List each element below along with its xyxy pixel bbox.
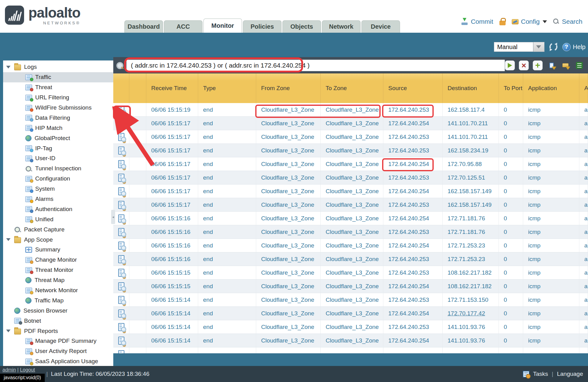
- refresh-mode-dropdown-button[interactable]: [533, 42, 544, 52]
- sidebar-item-change-monitor[interactable]: Change Monitor: [3, 255, 113, 265]
- sidebar-item-threat-map[interactable]: Threat Map: [3, 275, 113, 285]
- log-detail-icon[interactable]: [118, 160, 124, 168]
- column-header-action[interactable]: Action: [579, 73, 588, 103]
- sidebar-item-packet-capture[interactable]: Packet Capture: [3, 224, 113, 235]
- log-detail-icon[interactable]: [118, 282, 124, 290]
- sidebar-item-summary[interactable]: Summary: [3, 245, 113, 255]
- saved-filters-icon[interactable]: [561, 60, 570, 70]
- sidebar-item-user-id[interactable]: User-ID: [3, 153, 113, 164]
- column-header-to-zone[interactable]: To Zone: [321, 73, 383, 103]
- log-detail-icon[interactable]: [118, 255, 124, 263]
- sidebar-item-logs[interactable]: Logs: [3, 62, 113, 72]
- refresh-mode-select[interactable]: Manual: [494, 42, 544, 52]
- apply-filter-icon[interactable]: [505, 60, 515, 70]
- sidebar-item-botnet[interactable]: Botnet: [3, 316, 113, 326]
- sidebar-item-saas-application-usage[interactable]: SaaS Application Usage: [3, 356, 113, 366]
- tab-dashboard[interactable]: Dashboard: [124, 20, 163, 33]
- config-button[interactable]: Config: [512, 18, 547, 25]
- log-detail-icon[interactable]: [118, 337, 124, 345]
- sidebar-item-url-filtering[interactable]: URL Filtering: [3, 93, 113, 103]
- sidebar-item-alarms[interactable]: Alarms: [3, 194, 113, 204]
- refresh-icon[interactable]: [548, 42, 558, 52]
- sidebar-item-unified[interactable]: Unified: [3, 214, 113, 224]
- tasks-button[interactable]: Tasks: [533, 371, 548, 377]
- expander-icon[interactable]: [6, 238, 10, 241]
- tab-objects[interactable]: Objects: [282, 20, 321, 33]
- log-detail-icon[interactable]: [118, 296, 124, 304]
- sidebar-item-threat-monitor[interactable]: Threat Monitor: [3, 265, 113, 275]
- sidebar-item-authentication[interactable]: Authentication: [3, 204, 113, 214]
- log-detail-icon[interactable]: [118, 214, 124, 222]
- cell-dst: 141.101.70.211: [443, 117, 499, 130]
- cell-time: 06/06 15:15:16: [146, 225, 198, 239]
- add-filter-icon[interactable]: +: [533, 60, 543, 70]
- clear-filter-icon[interactable]: ×: [519, 60, 529, 70]
- sidebar-item-configuration[interactable]: Configuration: [3, 174, 113, 184]
- log-detail-icon[interactable]: [118, 147, 124, 155]
- sidebar-item-session-browser[interactable]: Session Browser: [3, 305, 113, 316]
- sidebar-item-traffic[interactable]: Traffic: [3, 72, 113, 82]
- column-header-application[interactable]: Application: [523, 73, 579, 103]
- column-header-destination[interactable]: Destination: [443, 73, 499, 103]
- tab-network[interactable]: Network: [322, 20, 361, 33]
- log-detail-icon[interactable]: [118, 228, 124, 236]
- filter-builder-icon[interactable]: [547, 60, 557, 70]
- column-header-from-zone[interactable]: From Zone: [256, 73, 321, 103]
- help-button[interactable]: ? Help: [562, 43, 586, 51]
- sidebar-item-label: HIP Match: [35, 125, 62, 131]
- sidebar-item-system[interactable]: System: [3, 184, 113, 194]
- sidebar-item-user-activity-report[interactable]: User Activity Report: [3, 346, 113, 356]
- sidebar-item-traffic-map[interactable]: Traffic Map: [3, 295, 113, 305]
- sidebar-item-manage-pdf-summary[interactable]: Manage PDF Summary: [3, 336, 113, 346]
- cell-app: icmp: [523, 130, 579, 143]
- cell-port: 0: [499, 239, 523, 252]
- paloalto-logo-icon: [5, 6, 24, 25]
- sidebar-item-globalprotect[interactable]: GlobalProtect: [3, 133, 113, 143]
- log-detail-icon[interactable]: [118, 242, 124, 250]
- export-csv-icon[interactable]: [574, 60, 584, 70]
- cell-port: 0: [499, 307, 523, 320]
- sidebar-item-pdf-reports[interactable]: PDF Reports: [3, 326, 113, 336]
- log-detail-icon[interactable]: [118, 309, 124, 318]
- sidebar-item-app-scope[interactable]: App Scope: [3, 235, 113, 245]
- log-detail-icon[interactable]: [118, 106, 124, 114]
- log-detail-icon[interactable]: [118, 174, 124, 182]
- column-header-receive-time[interactable]: Receive Time: [146, 73, 198, 103]
- language-button[interactable]: Language: [557, 371, 583, 377]
- sidebar-item-label: Session Browser: [23, 307, 68, 314]
- log-detail-icon[interactable]: [118, 323, 124, 331]
- column-header-to-port[interactable]: To Port: [499, 73, 523, 103]
- log-detail-icon[interactable]: [118, 350, 124, 354]
- log-detail-icon[interactable]: [118, 187, 124, 195]
- user-session-links: admin | Logout: [2, 367, 35, 373]
- sidebar-item-hip-match[interactable]: HIP Match: [3, 123, 113, 133]
- sidebar-item-data-filtering[interactable]: Data Filtering: [3, 113, 113, 123]
- expander-icon[interactable]: [6, 66, 10, 69]
- lock-icon[interactable]: [499, 21, 506, 25]
- logout-link[interactable]: Logout: [20, 367, 35, 372]
- filter-query-input[interactable]: [126, 60, 505, 71]
- sidebar-item-tunnel-inspection[interactable]: Tunnel Inspection: [3, 164, 113, 174]
- expander-icon[interactable]: [6, 330, 10, 332]
- tab-monitor[interactable]: Monitor: [203, 19, 242, 33]
- tab-acc[interactable]: ACC: [164, 20, 202, 33]
- sidebar-item-network-monitor[interactable]: Network Monitor: [3, 285, 113, 296]
- globalprotect-icon: [25, 135, 31, 141]
- tab-device[interactable]: Device: [361, 20, 400, 33]
- log-detail-icon[interactable]: [118, 133, 124, 141]
- sidebar-collapse-handle[interactable]: ◂: [111, 210, 115, 224]
- sidebar-item-wildfire-submissions[interactable]: WildFire Submissions: [3, 103, 113, 113]
- log-detail-icon[interactable]: [118, 119, 124, 127]
- cell-to: Cloudflare_L3_Zone: [321, 266, 383, 279]
- destination-link[interactable]: 172.70.177.42: [448, 310, 485, 317]
- tab-policies[interactable]: Policies: [243, 20, 281, 33]
- sidebar-item-ip-tag[interactable]: IP-Tag: [3, 143, 113, 153]
- column-header-type[interactable]: Type: [198, 73, 256, 103]
- column-header-source[interactable]: Source: [383, 73, 443, 103]
- log-detail-icon[interactable]: [118, 269, 124, 277]
- log-detail-icon[interactable]: [118, 201, 124, 209]
- user-link[interactable]: admin: [2, 367, 16, 372]
- search-button[interactable]: Search: [553, 18, 582, 25]
- sidebar-item-threat[interactable]: Threat: [3, 82, 113, 93]
- commit-button[interactable]: Commit: [461, 18, 493, 25]
